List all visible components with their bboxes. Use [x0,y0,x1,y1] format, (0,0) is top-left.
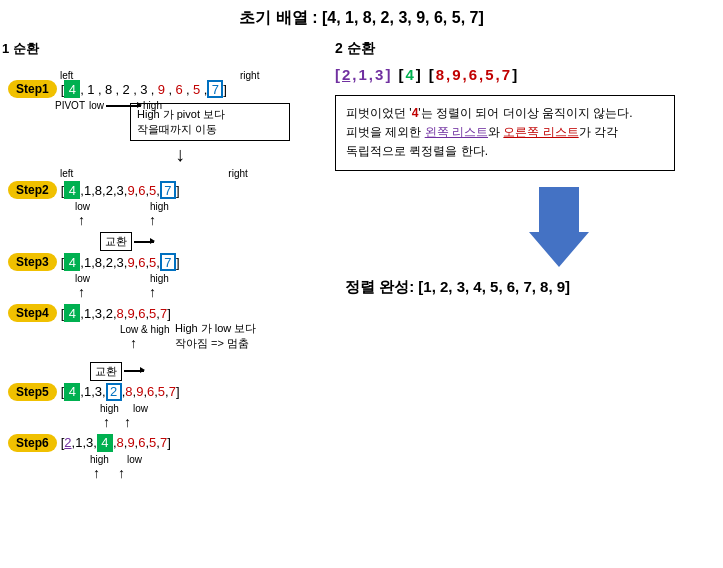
step5-low-arrow: ↑ [124,414,131,430]
step3-row: 교환 Step3 [ 4 , 1 , 8 , 2 , 3 , 9 , 6 , 5… [0,232,330,300]
step1-bracket-close: ] [223,82,227,97]
right-panel: 2 순환 [ 2 , 1 , 3 ] [ 4 ] [ 8 , 9 , 6 , 5… [335,40,723,297]
step2-row: left right Step2 [ 4 , 1 , 8 , 2 , 3 , 9… [0,168,330,228]
step3-arrows: ↑ ↑ [78,284,330,300]
left-panel: 1 순환 left right Step1 [ 4 , 1 , 8 , 2 , … [0,40,330,481]
step6-low-label: low [127,454,142,465]
step1-row: left right Step1 [ 4 , 1 , 8 , 2 , 3 , 9… [0,62,330,166]
step6-high-arrow: ↑ [93,465,100,481]
step3-exchange-text: 교환 [100,232,132,251]
step6-low-arrow: ↑ [118,465,125,481]
r2-cell-6: 6 [469,66,477,83]
step3-high-label: high [150,273,169,284]
step4-label: Step4 [8,304,57,322]
step5-cell-3: 3 [95,384,102,399]
step1-cell-4: 4 [64,80,80,98]
step2-cell-8: 8 [95,183,102,198]
step5-cell-7: 7 [169,384,176,399]
step6-labels: high low [90,454,330,465]
step4-note: High 가 low 보다작아짐 => 멈춤 [175,321,305,352]
r2-bracket-close: ] [385,66,390,83]
step5-high-label: high [100,403,119,414]
step1-cell-2: 2 [119,82,133,97]
step6-bracket-close: ] [167,435,171,450]
step5-cell-2: 2 [106,383,122,401]
step2-high-arrow: ↑ [149,212,156,228]
step6-cell-3: 3 [86,435,93,450]
step5-exchange-label: 교환 [90,362,330,381]
step2-arrows: low high [75,201,330,212]
step4-cell-9: 9 [127,306,134,321]
step3-cell-2: 2 [106,255,113,270]
step1-low-arrow [106,105,141,107]
step1-cell-9: 9 [154,82,168,97]
step1-cell-1: 1 [84,82,98,97]
step5-bracket-close: ] [176,384,180,399]
r2-bracket-open: [ [335,66,340,83]
step3-high-arrow: ↑ [149,284,156,300]
step1-cell-5: 5 [190,82,204,97]
step3-exchange-arrow [134,241,154,243]
step5-cell-5: 5 [158,384,165,399]
r2-cell-7: 7 [502,66,510,83]
step3-low-arrow: ↑ [78,284,85,300]
info-line1: 피벗이었던 '4'는 정렬이 되어 더이상 움직이지 않는다. [346,106,633,120]
step5-label: Step5 [8,383,57,401]
step3-bracket-close: ] [176,255,180,270]
r2-cell-8: 8 [436,66,444,83]
r2-comma2: , [369,66,373,83]
step5-cell-1: 1 [84,384,91,399]
step1-left-label: left [60,70,73,81]
step4-cell-7: 7 [160,306,167,321]
step5-exchange-text: 교환 [90,362,122,381]
step6-cell-8: 8 [117,435,124,450]
step1-label: Step1 [8,80,57,98]
step4-cell-2: 2 [106,306,113,321]
big-arrow-down [395,187,723,270]
step4-row: Step4 [ 4 , 1 , 3 , 2 , 8 , 9 , 6 , 5 , … [0,304,330,352]
step3-low-label: low [75,273,90,284]
step4-cell-6: 6 [138,306,145,321]
step2-up-arrows: ↑ ↑ [78,212,330,228]
sort-complete: 정렬 완성: [1, 2, 3, 4, 5, 6, 7, 8, 9] [345,278,723,297]
r2-pivot-4: 4 [405,66,413,83]
step3-labels: low high [75,273,330,284]
step2-bracket-close: ] [176,183,180,198]
step2-cell-2: 2 [106,183,113,198]
step1-cell-7: 7 [207,80,223,98]
step5-labels: high low [100,403,330,414]
step5-cell-6: 6 [147,384,154,399]
step2-low-arrow: ↑ [78,212,85,228]
info-line3: 독립적으로 퀵정렬을 한다. [346,144,488,158]
r2-cell-5: 5 [485,66,493,83]
step4-bracket-close: ] [167,306,171,321]
step2-cell-7: 7 [160,181,176,199]
step3-cell-4: 4 [64,253,80,271]
step5-exchange-arrow [124,370,144,372]
step1-right-label: right [240,70,259,81]
step3-cell-3: 3 [117,255,124,270]
step6-cell-1: 1 [75,435,82,450]
r2-comma1: , [352,66,356,83]
step1-pivot-label: PIVOT [55,100,85,111]
svg-marker-0 [529,187,589,267]
step4-cell-8: 8 [117,306,124,321]
step2-top-labels: left right [60,168,330,179]
r2-pivot-bracket-open: [ [398,66,403,83]
r2-cell-2: 2 [342,66,350,83]
step3-cell-8: 8 [95,255,102,270]
step6-cell-2: 2 [64,435,71,450]
r2-cell-3: 3 [375,66,383,83]
step3-cell-5: 5 [149,255,156,270]
step4-cell-1: 1 [84,306,91,321]
step2-right-label: right [228,168,247,179]
step5-high-arrow: ↑ [103,414,110,430]
step6-cell-7: 7 [160,435,167,450]
step3-label: Step3 [8,253,57,271]
step2-cell-5: 5 [149,183,156,198]
step2-cell-3: 3 [117,183,124,198]
step1-cell-8: 8 [102,82,116,97]
step6-cell-6: 6 [138,435,145,450]
step2-left-label: left [60,168,73,179]
r2-comma3: , [446,66,450,83]
